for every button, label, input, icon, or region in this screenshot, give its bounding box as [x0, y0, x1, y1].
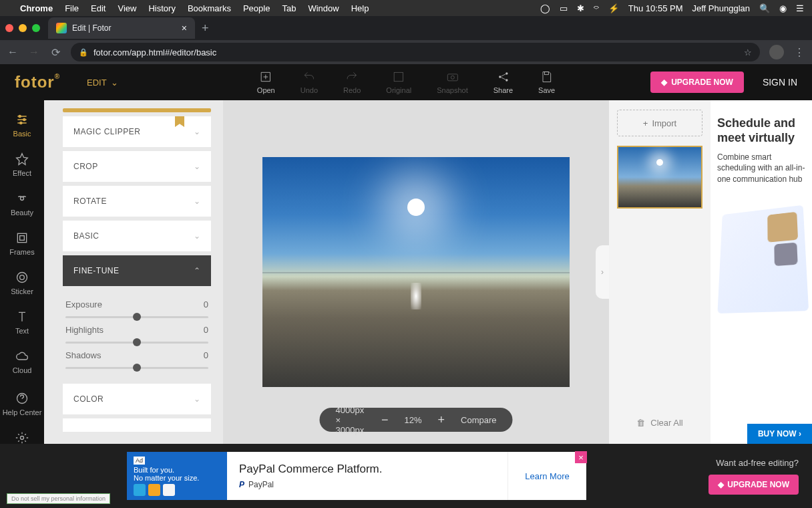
back-button[interactable]: ← [7, 46, 19, 58]
reload-button[interactable]: ⟳ [49, 46, 61, 59]
original-button[interactable]: Original [386, 70, 411, 94]
menu-view[interactable]: View [118, 3, 136, 13]
menu-history[interactable]: History [148, 3, 175, 13]
window-close[interactable] [5, 24, 13, 32]
section-magic-clipper[interactable]: MAGIC CLIPPER⌄ [63, 116, 211, 147]
star-icon[interactable]: ☆ [744, 47, 752, 57]
zoom-bar: 4000px × 3000px − 12% + Compare [320, 408, 513, 432]
strip-sticker[interactable]: Sticker [0, 265, 44, 301]
svg-rect-11 [17, 233, 26, 242]
canvas-image[interactable] [262, 157, 570, 387]
chevron-down-icon: ⌄ [194, 231, 201, 241]
strip-basic[interactable]: Basic [0, 107, 44, 144]
save-button[interactable]: Save [538, 70, 555, 94]
menu-people[interactable]: People [243, 3, 270, 13]
clear-all-button[interactable]: 🗑Clear All [617, 411, 702, 434]
zoom-out-button[interactable]: − [381, 413, 389, 427]
bottom-upgrade-button[interactable]: ◆UPGRADE NOW [708, 475, 799, 495]
edit-dropdown[interactable]: EDIT ⌄ [87, 78, 118, 88]
slider-knob[interactable] [133, 364, 141, 372]
import-button[interactable]: +Import [617, 110, 702, 136]
tab-close-icon[interactable]: × [182, 23, 187, 33]
ad-brand: PayPal [248, 480, 274, 489]
macos-menubar: Chrome File Edit View History Bookmarks … [0, 0, 812, 16]
section-crop[interactable]: CROP⌄ [63, 151, 211, 182]
menu-chrome[interactable]: Chrome [20, 3, 53, 13]
section-next[interactable] [63, 418, 211, 432]
sign-in-link[interactable]: SIGN IN [763, 77, 797, 88]
menu-tab[interactable]: Tab [282, 3, 296, 13]
forward-button[interactable]: → [28, 46, 40, 58]
upgrade-button[interactable]: ◆UPGRADE NOW [650, 72, 744, 93]
section-finetune[interactable]: FINE-TUNE⌃ [63, 255, 211, 286]
thumbnail-item[interactable] [617, 146, 702, 209]
share-button[interactable]: Share [493, 70, 513, 94]
bluetooth-icon[interactable]: ✱ [577, 3, 584, 13]
strip-beauty[interactable]: Beauty [0, 186, 44, 223]
undo-button[interactable]: Undo [300, 70, 318, 94]
menu-window[interactable]: Window [308, 3, 339, 13]
window-minimize[interactable] [19, 24, 27, 32]
options-panel: MAGIC CLIPPER⌄ CROP⌄ ROTATE⌄ BASIC⌄ FINE… [44, 100, 223, 444]
control-center-icon[interactable]: ☰ [796, 3, 804, 13]
buy-now-button[interactable]: BUY NOW › [747, 424, 812, 444]
slider-exposure: Exposure0 [63, 299, 211, 318]
airplay-icon[interactable]: ▭ [560, 3, 568, 13]
learn-more-link[interactable]: Learn More × [508, 452, 586, 500]
privacy-notice[interactable]: Do not sell my personal information [7, 493, 110, 504]
svg-point-10 [21, 197, 24, 201]
slider-knob[interactable] [133, 313, 141, 321]
section-color[interactable]: COLOR⌄ [63, 384, 211, 414]
slider-track[interactable] [65, 342, 208, 344]
spotlight-icon[interactable]: 🔍 [759, 3, 770, 13]
profile-avatar[interactable] [769, 45, 784, 59]
strip-frames[interactable]: Frames [0, 225, 44, 262]
cloud-icon[interactable]: ◯ [540, 3, 550, 13]
new-tab-button[interactable]: + [202, 21, 209, 35]
chrome-menu-icon[interactable]: ⋮ [793, 46, 805, 59]
slider-track[interactable] [65, 367, 208, 369]
battery-icon[interactable]: ⚡ [608, 3, 619, 13]
strip-text[interactable]: Text [0, 304, 44, 341]
strip-cloud[interactable]: Cloud [0, 344, 44, 380]
window-maximize[interactable] [32, 24, 40, 32]
strip-help[interactable]: Help Center [0, 386, 44, 422]
menu-file[interactable]: File [65, 3, 79, 13]
browser-tab[interactable]: Edit | Fotor × [48, 17, 195, 39]
ad-blue-panel: Ad Built for you. No matter your size. [127, 452, 227, 500]
user-name[interactable]: Jeff Phungglan [692, 3, 751, 13]
chevron-down-icon: ⌄ [194, 394, 201, 404]
open-button[interactable]: Open [257, 70, 275, 94]
ad-close-icon[interactable]: × [575, 451, 587, 463]
siri-icon[interactable]: ◉ [779, 3, 787, 13]
clock[interactable]: Thu 10:55 PM [628, 3, 683, 13]
url-text: fotor.com/app.html#/editor/basic [93, 47, 216, 57]
compare-button[interactable]: Compare [461, 415, 496, 425]
ad-tag: Ad [134, 457, 145, 465]
address-bar[interactable]: 🔒 fotor.com/app.html#/editor/basic ☆ [71, 43, 760, 61]
zoom-in-button[interactable]: + [438, 413, 445, 427]
slider-track[interactable] [65, 316, 208, 318]
wifi-icon[interactable]: ⌔ [594, 3, 599, 13]
favicon [56, 23, 67, 33]
ad-line1: Built for you. [134, 466, 220, 474]
photo-horizon [262, 272, 570, 273]
strip-effect[interactable]: Effect [0, 146, 44, 183]
right-panel-toggle[interactable]: › [596, 245, 609, 299]
menu-help[interactable]: Help [351, 3, 369, 13]
diamond-icon: ◆ [661, 78, 667, 87]
menu-edit[interactable]: Edit [91, 3, 106, 13]
svg-point-7 [19, 115, 21, 117]
slider-knob[interactable] [133, 338, 141, 346]
adfree-text: Want ad-free editing? [716, 458, 799, 468]
section-rotate[interactable]: ROTATE⌄ [63, 186, 211, 217]
browser-toolbar: ← → ⟳ 🔒 fotor.com/app.html#/editor/basic… [0, 40, 812, 64]
chevron-down-icon: ⌄ [194, 127, 201, 136]
browser-tab-strip: Edit | Fotor × + [0, 16, 812, 40]
fotor-logo[interactable]: fotor® [15, 73, 60, 92]
snapshot-button[interactable]: Snapshot [437, 70, 467, 94]
menu-bookmarks[interactable]: Bookmarks [188, 3, 231, 13]
section-basic[interactable]: BASIC⌄ [63, 221, 211, 251]
bottom-ad[interactable]: Ad Built for you. No matter your size. P… [127, 452, 586, 500]
redo-button[interactable]: Redo [343, 70, 361, 94]
